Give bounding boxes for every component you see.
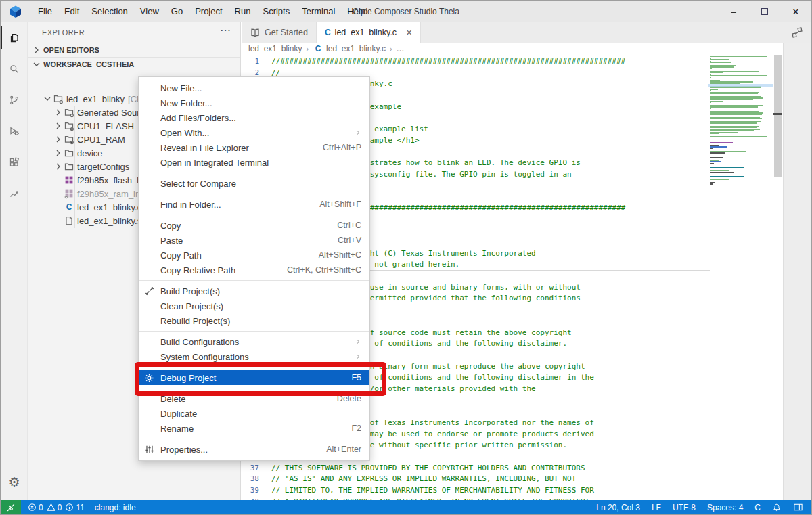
context-menu-item-open-with[interactable]: Open With... (139, 125, 369, 140)
context-menu-item-system-configurations[interactable]: System Configurations (139, 349, 369, 364)
context-menu-item-rebuild-project-s[interactable]: Rebuild Project(s) (139, 313, 369, 328)
language-mode[interactable]: C (754, 503, 761, 512)
breadcrumb-item-2[interactable]: … (397, 44, 405, 53)
context-menu-item-delete[interactable]: DeleteDelete (139, 391, 369, 406)
submenu-arrow-icon (355, 129, 361, 137)
activity-run-debug[interactable] (1, 116, 28, 147)
menu-help[interactable]: Help (341, 1, 371, 22)
context-menu-item-new-file[interactable]: New File... (139, 81, 369, 95)
problems-errors[interactable]: 0 (28, 503, 43, 512)
encoding-indicator[interactable]: UTF-8 (673, 503, 696, 512)
extensions-icon (9, 157, 20, 168)
chevron-right-icon (53, 161, 64, 172)
menu-item-shortcut: Alt+Shift+C (319, 250, 361, 260)
menu-scripts[interactable]: Scripts (256, 1, 296, 22)
context-menu-item-open-in-integrated-terminal[interactable]: Open in Integrated Terminal (139, 155, 369, 170)
info-icon (65, 503, 74, 512)
activity-extensions[interactable] (1, 147, 28, 178)
tree-item-label: CPU1_RAM (77, 135, 125, 145)
scrollbar-thumb[interactable] (774, 55, 782, 177)
context-menu-item-add-files-folders[interactable]: Add Files/Folders... (139, 110, 369, 125)
context-menu-item-debug-project[interactable]: Debug ProjectF5 (139, 370, 369, 385)
activity-analysis[interactable] (1, 178, 28, 209)
context-menu-item-new-folder[interactable]: New Folder... (139, 95, 369, 110)
problems-infos[interactable]: 11 (65, 503, 84, 512)
menu-separator (139, 215, 369, 215)
minimize-button[interactable]: – (718, 1, 749, 22)
menu-separator (139, 388, 369, 388)
breadcrumb-item-0[interactable]: led_ex1_blinky (248, 44, 302, 53)
chevron-right-icon (31, 45, 42, 55)
bell-icon[interactable] (772, 503, 782, 512)
tree-item-label: device (77, 148, 103, 158)
context-menu-item-duplicate[interactable]: Duplicate (139, 406, 369, 421)
breadcrumb-item-1[interactable]: led_ex1_blinky.c (326, 44, 386, 53)
menu-item-label: Rename (160, 424, 351, 434)
menu-item-label: Rebuild Project(s) (160, 316, 361, 326)
c-lang-icon: C (325, 28, 331, 37)
tab-led-ex1-blinky-c[interactable]: Cled_ex1_blinky.c✕ (317, 22, 421, 43)
context-menu-item-properties[interactable]: Properties...Alt+Enter (139, 442, 369, 457)
context-menu-item-build-project-s[interactable]: Build Project(s) (139, 284, 369, 298)
menu-item-label: Add Files/Folders... (160, 113, 361, 123)
close-button[interactable]: ✕ (780, 1, 811, 22)
tab-label: led_ex1_blinky.c (335, 28, 397, 37)
problems-warnings[interactable]: 0 (47, 503, 62, 512)
cmd-file-icon (64, 175, 74, 185)
activity-search[interactable] (1, 53, 28, 85)
window-controls: – ✕ (718, 1, 811, 22)
layout-icon[interactable] (793, 502, 803, 512)
context-menu-item-clean-project-s[interactable]: Clean Project(s) (139, 298, 369, 313)
tab-get-started[interactable]: Get Started (242, 22, 317, 43)
language-server-status[interactable]: clangd: idle (95, 503, 136, 512)
menu-selection[interactable]: Selection (85, 1, 133, 22)
chevron-right-icon (53, 107, 64, 118)
open-editors-section[interactable]: OPEN EDITORS (28, 43, 240, 57)
indentation-indicator[interactable]: Spaces: 4 (707, 503, 743, 512)
remote-indicator[interactable] (1, 500, 21, 514)
context-menu-item-select-for-compare[interactable]: Select for Compare (139, 176, 369, 191)
sidebar-title: EXPLORER (42, 28, 85, 37)
editor-split-icon[interactable] (791, 26, 803, 39)
activity-explorer[interactable] (1, 22, 28, 53)
sidebar-more-actions-icon[interactable]: ⋯ (220, 24, 231, 37)
minimap[interactable] (710, 56, 772, 188)
code-line-39: 39// LIMITED TO, THE IMPLIED WARRANTIES … (242, 485, 811, 497)
menu-view[interactable]: View (134, 1, 165, 22)
menu-go[interactable]: Go (165, 1, 189, 22)
activity-source-control[interactable] (1, 85, 28, 116)
context-menu-item-rename[interactable]: RenameF2 (139, 421, 369, 436)
menu-item-shortcut: Ctrl+C (337, 221, 361, 230)
context-menu-item-reveal-in-file-explorer[interactable]: Reveal in File ExplorerCtrl+Alt+P (139, 140, 369, 155)
context-menu-item-copy[interactable]: CopyCtrl+C (139, 218, 369, 233)
context-menu-item-copy-relative-path[interactable]: Copy Relative PathCtrl+K, Ctrl+Shift+C (139, 263, 369, 277)
sliders-icon (144, 444, 160, 455)
context-menu-item-build-configurations[interactable]: Build Configurations (139, 334, 369, 349)
menu-item-label: Build Configurations (160, 337, 355, 347)
menu-item-label: Open With... (160, 128, 355, 138)
menu-terminal[interactable]: Terminal (296, 1, 341, 22)
context-menu-item-paste[interactable]: PasteCtrl+V (139, 233, 369, 248)
editor-scrollbar[interactable] (773, 55, 782, 500)
menu-item-label: Debug Project (160, 373, 351, 383)
menu-project[interactable]: Project (189, 1, 228, 22)
context-menu-item-copy-path[interactable]: Copy PathAlt+Shift+C (139, 248, 369, 263)
menu-file[interactable]: File (32, 1, 58, 22)
cursor-position-marker (773, 113, 782, 115)
menu-item-label: Duplicate (160, 409, 361, 419)
cursor-position[interactable]: Ln 20, Col 3 (596, 503, 640, 512)
close-icon[interactable]: ✕ (406, 28, 412, 37)
book-icon (250, 27, 261, 38)
chevron-right-icon (53, 120, 64, 131)
remote-icon (6, 503, 16, 512)
menu-edit[interactable]: Edit (58, 1, 85, 22)
eol-indicator[interactable]: LF (652, 503, 661, 512)
chevron-down-icon (31, 59, 42, 70)
submenu-arrow-icon (355, 338, 361, 346)
workspace-section[interactable]: WORKSPACE_CCSTHEIA (28, 57, 240, 71)
context-menu-item-find-in-folder[interactable]: Find in Folder...Alt+Shift+F (139, 197, 369, 212)
menu-run[interactable]: Run (229, 1, 257, 22)
menu-item-label: Delete (160, 394, 337, 404)
manage-button[interactable]: ⚙ (1, 466, 28, 497)
maximize-button[interactable] (749, 1, 780, 22)
